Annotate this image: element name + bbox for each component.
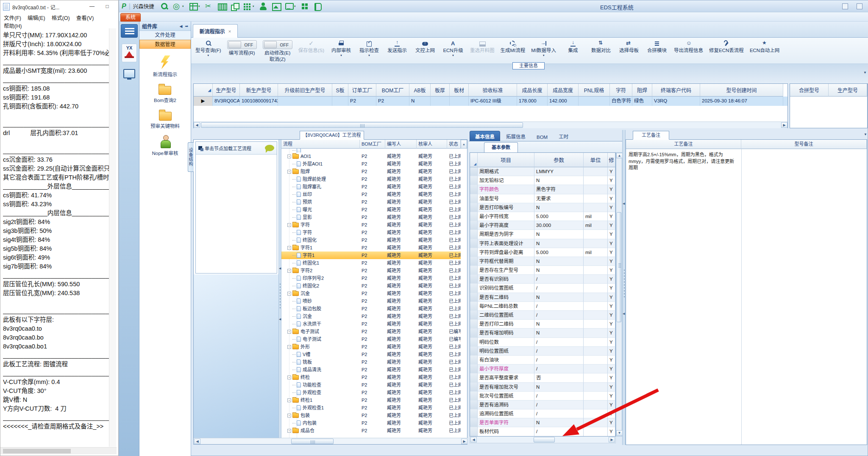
- tree-cell[interactable]: P2: [360, 381, 385, 389]
- ribbon-button[interactable]: 数据对比: [590, 40, 612, 54]
- tree-cell[interactable]: 臧艳芳: [417, 183, 447, 191]
- minimize-button[interactable]: —: [85, 0, 99, 13]
- tree-cell[interactable]: P2: [360, 229, 385, 236]
- param-modify-cell[interactable]: Y: [608, 311, 615, 320]
- close-tab-icon[interactable]: ×: [228, 29, 231, 34]
- grid-cell[interactable]: [332, 97, 348, 106]
- tree-cell[interactable]: 臧艳芳: [417, 168, 447, 175]
- flow-node[interactable]: 预烘: [281, 198, 360, 206]
- params-row[interactable]: 每PNL二维码总数/Y: [470, 302, 615, 311]
- flow-node[interactable]: 功能检查: [281, 381, 360, 389]
- grid-cell[interactable]: P2: [376, 97, 409, 106]
- flow-node[interactable]: 印序列号2: [281, 274, 360, 282]
- params-remarks-splitter[interactable]: ◀◀: [622, 130, 626, 445]
- param-value-cell[interactable]: N: [534, 176, 584, 185]
- params-row[interactable]: 是否有识别码/Y: [470, 275, 615, 284]
- tree-cell[interactable]: P2: [360, 236, 385, 244]
- tree-cell[interactable]: 已上网: [447, 312, 461, 320]
- params-row[interactable]: 周期是否为阴字NY: [470, 230, 615, 239]
- flow-node[interactable]: -AOI1: [281, 152, 360, 160]
- expander-icon[interactable]: -: [287, 170, 291, 174]
- ribbon-button[interactable]: 集成: [562, 40, 584, 54]
- param-item-cell[interactable]: 是否有追溯码: [478, 401, 534, 409]
- param-item-cell[interactable]: 最小字符线宽: [478, 212, 534, 221]
- tab-basic-info-active[interactable]: 基本信息: [470, 131, 500, 141]
- params-column-header[interactable]: 项目: [478, 153, 534, 167]
- params-row[interactable]: 最小字符高度30.000milY: [470, 221, 615, 230]
- param-value-cell[interactable]: /: [534, 338, 584, 347]
- flow-tree-row[interactable]: -字符P2臧艳芳臧艳芳已上网: [281, 221, 467, 229]
- tree-cell[interactable]: 已上网: [447, 160, 461, 168]
- scroll-up-icon[interactable]: ▲: [616, 153, 623, 158]
- ribbon-button[interactable]: ECN升级▼: [442, 40, 464, 57]
- param-item-cell[interactable]: 是否打印板编号: [478, 203, 534, 212]
- tree-cell[interactable]: 臧艳芳: [385, 396, 417, 404]
- grid-corner-cell[interactable]: ◢: [194, 84, 213, 97]
- param-value-cell[interactable]: N: [534, 418, 584, 427]
- flow-node[interactable]: -沉金: [281, 290, 360, 297]
- row-selector-cell[interactable]: [470, 293, 478, 302]
- param-modify-cell[interactable]: Y: [608, 418, 615, 427]
- param-modify-cell[interactable]: Y: [608, 392, 615, 401]
- param-value-cell[interactable]: 30.000: [534, 221, 584, 230]
- scrollbar-thumb[interactable]: [534, 437, 555, 442]
- tree-cell[interactable]: 臧艳芳: [385, 152, 417, 160]
- collapse-icon[interactable]: ◀: [623, 202, 625, 205]
- param-value-cell[interactable]: /: [534, 302, 584, 311]
- param-value-cell[interactable]: N: [534, 329, 584, 337]
- param-modify-cell[interactable]: Y: [608, 293, 615, 302]
- flow-node[interactable]: V槽: [281, 351, 360, 358]
- tree-cell[interactable]: 已上网: [447, 251, 461, 259]
- grid-column-header[interactable]: S板: [332, 84, 348, 97]
- flow-node[interactable]: 沉金: [281, 312, 360, 320]
- ribbon-button[interactable]: 指示检查▼: [358, 40, 380, 57]
- tree-cell[interactable]: 臧艳芳: [385, 389, 417, 396]
- flow-tree-row[interactable]: 外观检查1P2臧艳芳臧艳芳已上网: [281, 404, 467, 412]
- row-selector-cell[interactable]: [470, 275, 478, 284]
- flow-panel-tab[interactable]: 【8V3RQ0CAA0】工艺流程: [300, 131, 364, 140]
- param-item-cell[interactable]: 字符颜色: [478, 185, 534, 194]
- grid-column-header[interactable]: 阻焊: [632, 84, 652, 97]
- tree-horizontal-scrollbar[interactable]: ◀ ▶: [194, 438, 468, 444]
- tree-cell[interactable]: 臧艳芳: [417, 282, 447, 290]
- sidebar-tool[interactable]: Bom查询2: [154, 83, 176, 103]
- tree-cell[interactable]: 臧艳芳: [385, 213, 417, 221]
- table-icon[interactable]: ▼: [189, 3, 200, 10]
- tree-cell[interactable]: 已上网: [447, 412, 461, 419]
- tree-cell[interactable]: 臧艳芳: [417, 389, 447, 396]
- tree-cell[interactable]: 臧艳芳: [417, 404, 447, 412]
- params-horizontal-scrollbar[interactable]: ◀ ▶: [470, 437, 616, 443]
- tree-cell[interactable]: 臧艳芳: [385, 312, 417, 320]
- flow-tree-row[interactable]: 功能检查P2臧艳芳臧艳芳已上网: [281, 381, 467, 389]
- tab-info[interactable]: BOM: [531, 133, 553, 141]
- param-unit-cell[interactable]: [584, 401, 608, 409]
- expander-icon[interactable]: -: [287, 398, 291, 402]
- expander-icon[interactable]: -: [287, 345, 291, 349]
- param-unit-cell[interactable]: [584, 167, 608, 176]
- tree-cell[interactable]: 臧艳芳: [417, 244, 447, 251]
- grid-column-header[interactable]: PNL规格: [579, 84, 610, 97]
- flow-tree-row[interactable]: 终固化2P2臧艳芳臧艳芳已上网: [281, 282, 467, 290]
- tree-cell[interactable]: P2: [360, 412, 385, 419]
- param-modify-cell[interactable]: Y: [608, 284, 615, 293]
- book-icon[interactable]: [314, 3, 322, 10]
- window-menu-icon[interactable]: [857, 3, 862, 9]
- flow-tree-row[interactable]: 阻焊前处理P2臧艳芳臧艳芳已上网: [281, 175, 467, 183]
- param-unit-cell[interactable]: [584, 311, 608, 320]
- flow-hint-bar[interactable]: 单击节点加载工艺流程: [196, 142, 277, 155]
- param-modify-cell[interactable]: Y: [608, 329, 615, 337]
- grid-cell[interactable]: P2: [348, 97, 376, 106]
- params-row[interactable]: 是否有追溯码/Y: [470, 401, 615, 409]
- tree-cell[interactable]: 臧艳芳: [417, 351, 447, 358]
- flow-tree-row[interactable]: -阻焊P2臧艳芳臧艳芳已上网: [281, 168, 467, 175]
- tree-cell[interactable]: P2: [360, 366, 385, 373]
- tree-cell[interactable]: 臧艳芳: [385, 282, 417, 290]
- params-row[interactable]: 是否高平整度要求否Y: [470, 373, 615, 382]
- param-modify-cell[interactable]: Y: [608, 212, 615, 221]
- params-row[interactable]: 油墨型号无要求Y: [470, 194, 615, 203]
- tree-cell[interactable]: 臧艳芳: [417, 267, 447, 274]
- ribbon-button[interactable]: 导出流程信息: [674, 40, 703, 54]
- flow-node[interactable]: -成品仓: [281, 427, 360, 434]
- tree-cell[interactable]: P2: [360, 312, 385, 320]
- param-unit-cell[interactable]: [584, 427, 608, 436]
